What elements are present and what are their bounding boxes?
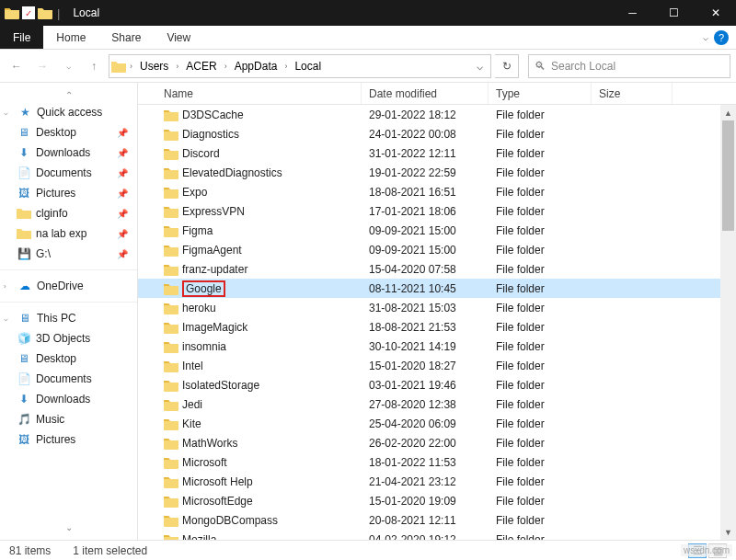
file-name: MathWorks — [182, 437, 237, 450]
file-type: File folder — [489, 379, 592, 392]
folder-icon — [164, 223, 178, 238]
file-row[interactable]: heroku31-08-2021 15:03File folder — [138, 298, 736, 317]
file-name: Microsoft Help — [182, 475, 253, 488]
scroll-down-icon[interactable]: ⌄ — [0, 520, 137, 534]
nav-downloads2[interactable]: ⬇Downloads — [0, 389, 137, 409]
file-row[interactable]: Mozilla04-02-2020 19:12File folder — [138, 530, 736, 540]
nav-clginfo[interactable]: clginfo📌 — [0, 203, 137, 223]
quick-access[interactable]: ⌵★Quick access — [0, 102, 137, 122]
column-type[interactable]: Type — [489, 83, 592, 104]
file-row[interactable]: MathWorks26-02-2020 22:00File folder — [138, 433, 736, 452]
file-type: File folder — [489, 205, 592, 218]
file-name: ElevatedDiagnostics — [182, 166, 282, 179]
file-name: IsolatedStorage — [182, 379, 259, 392]
file-row[interactable]: D3DSCache29-01-2022 18:12File folder — [138, 105, 736, 124]
nav-3dobjects[interactable]: 🧊3D Objects — [0, 328, 137, 349]
share-tab[interactable]: Share — [98, 26, 154, 49]
file-row[interactable]: MicrosoftEdge15-01-2020 19:09File folder — [138, 491, 736, 510]
file-date: 30-10-2021 14:19 — [362, 340, 489, 353]
breadcrumb-item[interactable]: AppData — [231, 58, 282, 74]
file-row[interactable]: ExpressVPN17-01-2021 18:06File folder — [138, 201, 736, 221]
file-row[interactable]: franz-updater15-04-2020 07:58File folder — [138, 259, 736, 279]
file-row[interactable]: IsolatedStorage03-01-2021 19:46File fold… — [138, 375, 736, 394]
folder-icon — [164, 417, 178, 431]
folder-icon — [164, 455, 178, 470]
file-date: 17-01-2021 18:06 — [362, 205, 489, 218]
folder-icon — [164, 204, 178, 219]
breadcrumb-sep[interactable]: › — [128, 62, 134, 71]
column-size[interactable]: Size — [592, 83, 673, 104]
scroll-down-button[interactable]: ▼ — [720, 524, 736, 540]
address-bar[interactable]: › Users› ACER› AppData› Local ⌵ — [109, 54, 491, 78]
file-type: File folder — [489, 456, 592, 469]
file-row[interactable]: Jedi27-08-2020 12:38File folder — [138, 394, 736, 414]
back-button[interactable]: ← — [6, 55, 28, 77]
window-title: Local — [73, 6, 99, 19]
folder-icon — [164, 320, 178, 335]
expand-ribbon-icon[interactable]: ⌵ — [703, 32, 708, 42]
minimize-button[interactable]: ─ — [612, 0, 653, 26]
file-row[interactable]: ElevatedDiagnostics19-01-2022 22:59File … — [138, 163, 736, 182]
file-date: 18-08-2021 21:53 — [362, 321, 489, 334]
file-date: 20-08-2021 12:11 — [362, 514, 489, 527]
file-row[interactable]: Figma09-09-2021 15:00File folder — [138, 221, 736, 240]
file-row[interactable]: Diagnostics24-01-2022 00:08File folder — [138, 124, 736, 143]
search-box[interactable]: 🔍︎ Search Local — [528, 54, 730, 78]
home-tab[interactable]: Home — [43, 26, 98, 49]
nav-pictures[interactable]: 🖼Pictures📌 — [0, 183, 137, 203]
maximize-button[interactable]: ☐ — [653, 0, 695, 26]
nav-documents2[interactable]: 📄Documents — [0, 369, 137, 389]
vertical-scrollbar[interactable]: ▲ ▼ — [720, 105, 736, 540]
nav-documents[interactable]: 📄Documents📌 — [0, 163, 137, 183]
file-row[interactable]: FigmaAgent09-09-2021 15:00File folder — [138, 240, 736, 259]
file-row[interactable]: Expo18-08-2021 16:51File folder — [138, 182, 736, 201]
file-date: 18-08-2021 16:51 — [362, 186, 489, 199]
nav-nalabexp[interactable]: na lab exp📌 — [0, 223, 137, 244]
help-icon[interactable]: ? — [714, 30, 729, 45]
column-date[interactable]: Date modified — [362, 83, 489, 104]
nav-gdrive[interactable]: 💾G:\📌 — [0, 244, 137, 264]
properties-icon[interactable]: ✓ — [22, 6, 35, 19]
nav-bar: ← → ⌵ ↑ › Users› ACER› AppData› Local ⌵ … — [0, 50, 736, 83]
folder-icon — [164, 127, 178, 142]
column-name[interactable]: Name — [156, 83, 362, 104]
file-type: File folder — [489, 147, 592, 160]
view-tab[interactable]: View — [154, 26, 203, 49]
file-date: 08-11-2021 10:45 — [362, 282, 489, 295]
folder-icon — [164, 436, 178, 451]
address-dropdown[interactable]: ⌵ — [471, 60, 489, 73]
file-type: File folder — [489, 109, 592, 121]
breadcrumb-item[interactable]: Local — [291, 58, 325, 74]
file-name: Expo — [182, 186, 207, 199]
file-tab[interactable]: File — [0, 26, 43, 49]
file-row[interactable]: Google08-11-2021 10:45File folder — [138, 279, 736, 298]
file-row[interactable]: Intel15-01-2020 18:27File folder — [138, 356, 736, 375]
close-button[interactable]: ✕ — [695, 0, 736, 26]
folder-icon — [164, 262, 178, 277]
scrollbar-thumb[interactable] — [722, 120, 734, 231]
refresh-button[interactable]: ↻ — [495, 54, 519, 78]
nav-downloads[interactable]: ⬇Downloads📌 — [0, 143, 137, 163]
breadcrumb-item[interactable]: Users — [136, 58, 172, 74]
nav-pictures2[interactable]: 🖼Pictures — [0, 429, 137, 450]
forward-button[interactable]: → — [31, 55, 53, 77]
file-row[interactable]: Kite25-04-2020 06:09File folder — [138, 414, 736, 433]
file-row[interactable]: Discord31-01-2022 12:11File folder — [138, 143, 736, 163]
file-row[interactable]: Microsoft18-01-2022 11:53File folder — [138, 452, 736, 472]
file-row[interactable]: insomnia30-10-2021 14:19File folder — [138, 337, 736, 356]
nav-thispc[interactable]: ⌵🖥This PC — [0, 308, 137, 328]
breadcrumb-item[interactable]: ACER — [182, 58, 220, 74]
nav-music[interactable]: 🎵Music — [0, 409, 137, 429]
ribbon: File Home Share View ⌵ ? — [0, 26, 736, 50]
nav-onedrive[interactable]: ›☁OneDrive — [0, 276, 137, 296]
scroll-up-icon[interactable]: ⌃ — [0, 88, 137, 102]
recent-dropdown[interactable]: ⌵ — [57, 55, 79, 77]
file-row[interactable]: ImageMagick18-08-2021 21:53File folder — [138, 317, 736, 337]
file-row[interactable]: MongoDBCompass20-08-2021 12:11File folde… — [138, 510, 736, 530]
up-button[interactable]: ↑ — [83, 55, 105, 77]
scroll-up-button[interactable]: ▲ — [720, 105, 736, 120]
nav-desktop2[interactable]: 🖥Desktop — [0, 349, 137, 369]
file-row[interactable]: Microsoft Help21-04-2021 23:12File folde… — [138, 472, 736, 491]
pin-icon: 📌 — [117, 209, 128, 219]
nav-desktop[interactable]: 🖥Desktop📌 — [0, 122, 137, 143]
